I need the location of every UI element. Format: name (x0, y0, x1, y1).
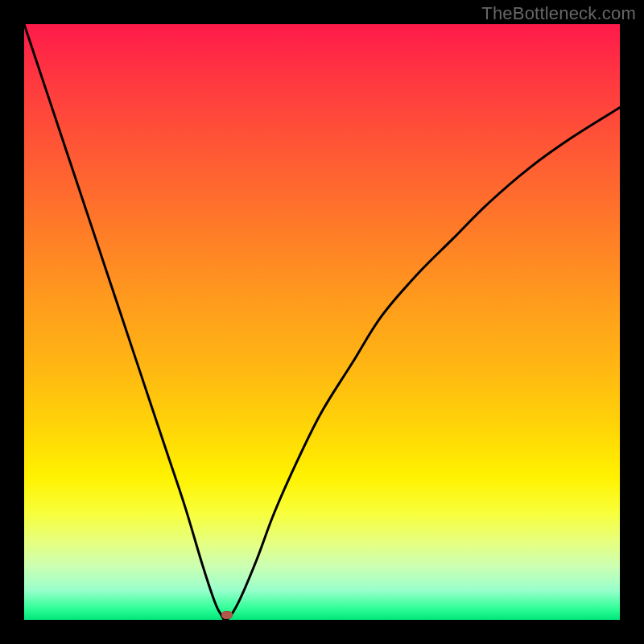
watermark-label: TheBottleneck.com (481, 3, 636, 24)
chart-frame: TheBottleneck.com (0, 0, 644, 644)
bottleneck-curve (24, 24, 620, 620)
curve-layer (24, 24, 620, 620)
plot-area (24, 24, 620, 620)
minimum-marker (221, 611, 233, 619)
